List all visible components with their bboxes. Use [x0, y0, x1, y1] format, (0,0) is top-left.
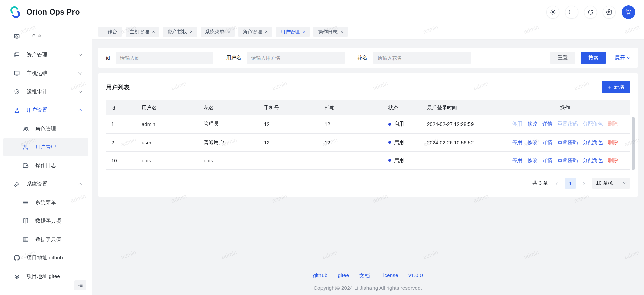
tab-workbench[interactable]: 工作台 — [98, 27, 122, 37]
sidebar-item-user-management[interactable]: 用户管理 — [3, 138, 88, 156]
prev-page-button[interactable]: ‹ — [553, 180, 560, 186]
server-icon — [13, 52, 20, 58]
cell-email: 12 — [319, 133, 383, 151]
page-number-button[interactable]: 1 — [565, 178, 576, 189]
plus-icon: + — [607, 84, 611, 90]
sidebar-item-label: 系统设置 — [27, 181, 47, 188]
edit-action[interactable]: 修改 — [528, 121, 538, 127]
fullscreen-icon — [569, 9, 575, 15]
disable-action[interactable]: 停用 — [512, 139, 523, 146]
sidebar-item-operation-log[interactable]: 操作日志 — [3, 156, 88, 175]
delete-action[interactable]: 删除 — [608, 157, 618, 164]
detail-action[interactable]: 详情 — [543, 157, 553, 164]
table-grid-icon — [22, 236, 29, 243]
close-icon[interactable]: × — [190, 29, 193, 34]
detail-action[interactable]: 详情 — [543, 121, 553, 127]
cell-nickname: 普通用户 — [198, 133, 259, 151]
footer-link-gitee[interactable]: gitee — [338, 272, 349, 279]
nickname-input[interactable] — [373, 52, 471, 64]
reset-password-action[interactable]: 重置密码 — [558, 157, 578, 164]
sidebar-item-label: 系统菜单 — [35, 199, 56, 206]
close-icon[interactable]: × — [152, 29, 155, 34]
refresh-button[interactable] — [584, 6, 597, 19]
sidebar-item-github-link[interactable]: 项目地址 github — [3, 249, 88, 267]
column-header-mobile: 手机号 — [259, 100, 319, 115]
edit-action[interactable]: 修改 — [528, 157, 538, 164]
user-icon — [13, 107, 20, 113]
sidebar-item-audit[interactable]: 运维审计 — [3, 83, 88, 101]
main-area: 工作台 主机管理 × 资产授权 × 系统菜单 × 角色管理 × 用户管理 × 操… — [92, 24, 644, 295]
column-header-id: id — [106, 100, 136, 115]
sidebar-item-user-settings[interactable]: 用户设置 — [3, 101, 88, 119]
fullscreen-button[interactable] — [565, 6, 578, 19]
tab-operation-log[interactable]: 操作日志 × — [313, 27, 347, 37]
close-icon[interactable]: × — [228, 29, 230, 34]
sidebar-item-assets[interactable]: 资产管理 — [3, 46, 88, 64]
add-user-button[interactable]: + 新增 — [602, 81, 630, 93]
cell-username: admin — [136, 115, 198, 133]
footer-link-docs[interactable]: 文档 — [359, 272, 370, 279]
copyright-text: Copyright© 2024 Li Jiahang All rights re… — [98, 285, 638, 291]
footer-link-github[interactable]: github — [313, 272, 327, 279]
tab-user-management[interactable]: 用户管理 × — [276, 27, 310, 37]
delete-action[interactable]: 删除 — [608, 139, 618, 146]
sidebar-collapse-button[interactable] — [74, 280, 86, 290]
add-button-label: 新增 — [614, 84, 624, 90]
sidebar-item-host-ops[interactable]: 主机运维 — [3, 64, 88, 83]
settings-button[interactable] — [603, 6, 616, 19]
close-icon[interactable]: × — [303, 29, 305, 34]
monitor-icon — [13, 70, 20, 77]
expand-toggle[interactable]: 展开 — [615, 55, 630, 61]
sidebar-item-role-management[interactable]: 角色管理 — [3, 119, 88, 138]
username-input[interactable] — [247, 52, 345, 64]
assign-role-action[interactable]: 分配角色 — [583, 139, 603, 146]
sidebar-item-dict-item[interactable]: 数据字典项 — [3, 212, 88, 230]
sidebar-item-system-settings[interactable]: 系统设置 — [3, 175, 88, 193]
footer-link-license[interactable]: License — [380, 272, 398, 279]
book-icon — [22, 218, 29, 224]
search-button[interactable]: 搜索 — [581, 52, 606, 64]
disable-action[interactable]: 停用 — [512, 121, 523, 127]
status-dot — [388, 123, 391, 126]
close-icon[interactable]: × — [265, 29, 268, 34]
tab-system-menu[interactable]: 系统菜单 × — [201, 27, 235, 37]
column-header-email: 邮箱 — [319, 100, 383, 115]
cell-nickname: 管理员 — [198, 115, 259, 133]
table-row: 2 user 普通用户 12 12 启用 2024-02-26 10:56:52… — [106, 133, 630, 151]
detail-action[interactable]: 详情 — [543, 139, 553, 146]
sidebar-item-label: 用户管理 — [35, 144, 56, 151]
edit-action[interactable]: 修改 — [528, 139, 538, 146]
sidebar-item-dict-value[interactable]: 数据字典值 — [3, 230, 88, 249]
shield-check-icon — [13, 89, 20, 95]
tab-role-management[interactable]: 角色管理 × — [238, 27, 272, 37]
reset-button[interactable]: 重置 — [550, 52, 575, 64]
disable-action[interactable]: 停用 — [512, 157, 523, 164]
table-scrollbar[interactable] — [632, 117, 635, 170]
close-icon[interactable]: × — [340, 29, 343, 34]
wrench-icon — [13, 181, 20, 187]
assign-role-action[interactable]: 分配角色 — [583, 157, 603, 164]
sidebar-item-system-menu[interactable]: 系统菜单 — [3, 193, 88, 212]
assign-role-action[interactable]: 分配角色 — [583, 121, 603, 127]
tab-asset-authorization[interactable]: 资产授权 × — [163, 27, 197, 37]
delete-action[interactable]: 删除 — [608, 121, 618, 127]
footer-link-version[interactable]: v1.0.0 — [409, 272, 423, 279]
next-page-button[interactable]: › — [581, 180, 587, 186]
page-size-select[interactable]: 10 条/页 — [592, 178, 630, 189]
user-avatar[interactable]: 管 — [622, 5, 635, 19]
status-badge: 启用 — [394, 121, 404, 127]
avatar-text: 管 — [626, 8, 632, 16]
theme-toggle-button[interactable] — [546, 6, 559, 19]
user-table: id 用户名 花名 手机号 邮箱 状态 最后登录时间 操作 1 — [106, 100, 630, 170]
reset-password-action[interactable]: 重置密码 — [558, 121, 578, 127]
reset-password-action[interactable]: 重置密码 — [558, 139, 578, 146]
tab-host-management[interactable]: 主机管理 × — [126, 27, 159, 37]
tab-label: 角色管理 — [243, 29, 262, 35]
id-input[interactable] — [116, 52, 213, 64]
cell-last-login — [422, 151, 500, 169]
expand-label: 展开 — [615, 55, 625, 61]
log-calendar-icon — [22, 162, 29, 169]
chevron-down-icon — [78, 52, 82, 56]
cell-mobile: 12 — [259, 133, 319, 151]
sidebar-item-workbench[interactable]: 工作台 — [3, 27, 88, 46]
